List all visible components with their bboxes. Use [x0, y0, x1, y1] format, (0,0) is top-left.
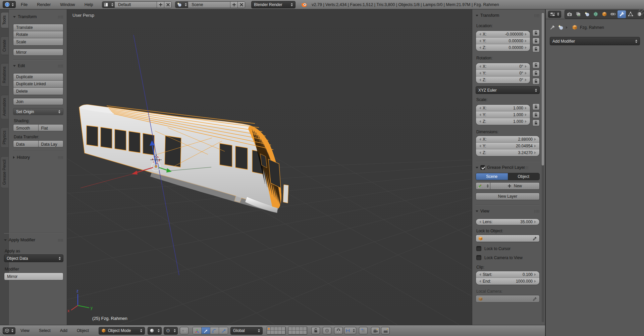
menu-render[interactable]: Render — [33, 2, 55, 7]
lock-location-z-button[interactable] — [532, 46, 540, 52]
delete-screen-layout-button[interactable] — [164, 2, 171, 8]
transform-orientation-select[interactable]: Global — [230, 327, 263, 335]
add-modifier-select[interactable]: Add Modifier — [550, 37, 640, 45]
breadcrumb-object-name[interactable]: Fzg. Rahmen — [580, 25, 604, 30]
history-panel-header[interactable]: History — [13, 155, 63, 160]
lock-to-cursor-checkbox[interactable] — [476, 246, 481, 251]
tab-create[interactable]: Create — [1, 36, 9, 55]
grease-pencil-new-button[interactable]: New — [490, 182, 540, 190]
snap-element-select[interactable] — [344, 327, 356, 334]
scale-z-field[interactable]: Z:1.000 — [476, 118, 530, 125]
new-layer-button[interactable]: New Layer — [476, 193, 540, 200]
tab-object-data[interactable] — [626, 10, 635, 18]
tab-animation[interactable]: Animation — [1, 95, 9, 119]
panel-grip-icon[interactable] — [58, 156, 63, 159]
eyedropper-icon[interactable] — [533, 296, 537, 301]
window-resize-grip[interactable] — [639, 9, 644, 15]
lock-scale-x-button[interactable] — [532, 103, 540, 110]
tab-physics[interactable]: Physics — [1, 127, 9, 148]
panel-grip-icon[interactable] — [534, 210, 540, 213]
clip-start-field[interactable]: Start:0.100 — [476, 271, 539, 278]
tab-world[interactable] — [591, 10, 600, 18]
view-panel-header[interactable]: View — [476, 208, 540, 214]
modifier-name-field[interactable]: Mirror — [4, 273, 63, 280]
location-y-field[interactable]: Y:0.00000 — [476, 38, 530, 44]
shade-flat-button[interactable]: Flat — [39, 125, 63, 131]
viewport-shading-select[interactable] — [148, 327, 162, 335]
lock-to-cursor-row[interactable]: Lock to Cursor — [476, 246, 540, 251]
n-transform-header[interactable]: Transform — [476, 13, 540, 18]
tab-modifiers[interactable] — [618, 10, 626, 18]
lock-camera-checkbox[interactable] — [476, 255, 481, 260]
manipulator-translate-button[interactable] — [202, 327, 210, 334]
clip-end-field[interactable]: End:1000.000 — [476, 278, 539, 285]
panel-grip-icon[interactable] — [534, 14, 540, 17]
delete-scene-button[interactable] — [237, 2, 245, 8]
lock-scale-z-button[interactable] — [532, 119, 540, 126]
tab-scene[interactable] — [583, 10, 591, 18]
gp-tab-scene[interactable]: Scene — [476, 173, 508, 180]
menu-help[interactable]: Help — [80, 2, 98, 7]
opengl-render-button[interactable] — [371, 327, 380, 334]
lock-to-object-field[interactable] — [476, 235, 540, 242]
scale-y-field[interactable]: Y:1.000 — [476, 111, 530, 118]
lock-scale-y-button[interactable] — [532, 111, 540, 118]
tab-object[interactable] — [600, 10, 608, 18]
join-button[interactable]: Join — [13, 98, 63, 105]
panel-grip-icon[interactable] — [523, 166, 529, 169]
tab-relations[interactable]: Relations — [1, 63, 9, 87]
grease-pencil-checkbox[interactable] — [480, 165, 485, 170]
area-resize-grip[interactable] — [0, 331, 5, 336]
location-z-field[interactable]: Z:0.00000 — [476, 44, 530, 51]
gp-tab-object[interactable]: Object — [508, 173, 540, 180]
menu-add[interactable]: Add — [56, 328, 72, 333]
transform-panel-header[interactable]: Transform — [13, 14, 63, 19]
panel-grip-icon[interactable] — [58, 64, 63, 67]
dimensions-x-field[interactable]: X:2.88000 — [476, 136, 539, 143]
grease-pencil-panel-header[interactable]: Grease Pencil Layer — [476, 165, 540, 170]
duplicate-linked-button[interactable]: Duplicate Linked — [13, 81, 63, 88]
snap-target-button[interactable] — [359, 327, 368, 334]
rotate-button[interactable]: Rotate — [13, 31, 63, 38]
lock-location-y-button[interactable] — [532, 38, 540, 44]
n-panel-scrollbar-thumb[interactable] — [542, 13, 544, 165]
tab-render-layers[interactable] — [574, 10, 582, 18]
screen-layout-browse-button[interactable] — [102, 2, 115, 8]
shade-smooth-button[interactable]: Smooth — [13, 125, 39, 131]
add-screen-layout-button[interactable] — [157, 2, 164, 8]
location-x-field[interactable]: X:-0.000000 — [476, 31, 530, 38]
lock-modes-button[interactable] — [311, 327, 320, 334]
lock-location-x-button[interactable] — [532, 30, 540, 36]
editor-type-info-button[interactable] — [3, 1, 16, 8]
manipulator-rotate-button[interactable] — [210, 327, 219, 334]
render-engine-select[interactable]: Blender Render — [251, 1, 296, 8]
pivot-point-select[interactable] — [164, 327, 178, 335]
snap-toggle-button[interactable] — [334, 327, 343, 334]
tab-constraints[interactable] — [609, 10, 617, 18]
edit-panel-header[interactable]: Edit — [13, 63, 63, 68]
translate-button[interactable]: Translate — [13, 24, 63, 31]
manipulator-scale-button[interactable] — [219, 327, 228, 334]
proportional-edit-select[interactable] — [323, 327, 331, 334]
local-camera-field[interactable] — [476, 295, 540, 302]
grease-pencil-data-selector[interactable] — [476, 182, 490, 190]
lock-camera-row[interactable]: Lock Camera to View — [476, 255, 540, 260]
menu-select[interactable]: Select — [35, 328, 55, 333]
scene-icon[interactable] — [558, 25, 564, 30]
tab-grease-pencil[interactable]: Grease Pencil — [1, 156, 9, 188]
apply-modifier-panel-header[interactable]: Apply Modifier — [4, 237, 63, 243]
mirror-button[interactable]: Mirror — [13, 49, 63, 56]
menu-file[interactable]: File — [16, 2, 32, 7]
tab-tools[interactable]: Tools — [1, 12, 9, 28]
tab-render[interactable] — [565, 10, 574, 18]
pin-icon[interactable] — [550, 25, 555, 30]
transfer-data-layout-button[interactable]: Data Lay — [39, 141, 63, 147]
add-scene-button[interactable] — [230, 2, 237, 8]
screen-layout-name-field[interactable]: Default — [115, 2, 157, 8]
rotation-mode-select[interactable]: XYZ Euler — [476, 86, 540, 94]
menu-window[interactable]: Window — [56, 2, 79, 7]
dimensions-z-field[interactable]: Z:3.24270 — [476, 149, 539, 156]
apply-as-select[interactable]: Object Data — [4, 254, 63, 262]
set-origin-menu[interactable]: Set Origin — [13, 108, 63, 115]
panel-grip-icon[interactable] — [58, 239, 63, 242]
